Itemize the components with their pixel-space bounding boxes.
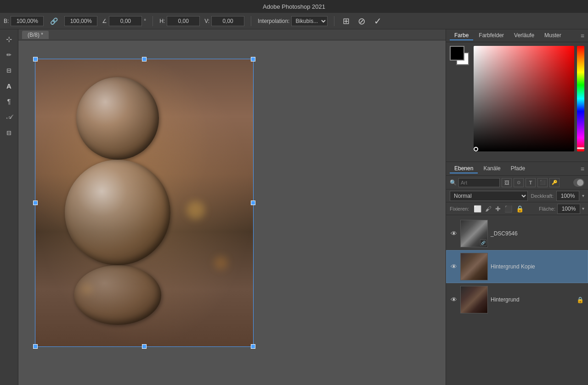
brush-tool-btn[interactable]: ✏ bbox=[2, 48, 16, 61]
confirm-transform-btn[interactable]: ✓ bbox=[372, 15, 384, 28]
move-tool-btn[interactable]: ⊹ bbox=[2, 32, 16, 46]
paragraph-tool-btn[interactable]: ¶ bbox=[2, 95, 16, 108]
main-area: ⊹ ✏ ⊟ A ¶ 𝒜 ⊟ (B/8) * bbox=[0, 29, 588, 385]
filter-smartobj-btn[interactable]: 🔑 bbox=[549, 178, 560, 187]
lock-move-btn[interactable]: ✚ bbox=[494, 205, 502, 212]
app-title: Adobe Photoshop 2021 bbox=[263, 3, 325, 10]
color-tab-verlaeufe[interactable]: Verläufe bbox=[509, 31, 539, 40]
angle-item: ∠ ° bbox=[102, 16, 146, 26]
layer-visibility-dsc9546[interactable]: 👁 bbox=[450, 230, 458, 237]
layer-item-hintergrund[interactable]: 👁 Hintergrund 🔒 bbox=[446, 283, 588, 316]
h-transform-input[interactable] bbox=[167, 16, 200, 26]
bokeh-3 bbox=[214, 256, 228, 270]
h-percent-input[interactable] bbox=[64, 16, 97, 26]
toolbar-divider-3 bbox=[334, 16, 334, 26]
lock-row: Fixieren: ⬜ 🖌 ✚ ⬛ 🔒 Fläche: ▾ bbox=[446, 202, 588, 215]
foreground-color-swatch[interactable] bbox=[450, 46, 464, 61]
history-tool-btn[interactable]: 𝒜 bbox=[2, 110, 16, 124]
lock-paint-btn[interactable]: 🖌 bbox=[484, 205, 492, 212]
title-bar: Adobe Photoshop 2021 bbox=[0, 0, 588, 13]
color-tab-farbe[interactable]: Farbe bbox=[450, 31, 473, 40]
lock-all-btn[interactable]: 🔒 bbox=[515, 205, 525, 212]
color-swatches bbox=[450, 46, 470, 158]
layer-name-dsc9546: _DSC9546 bbox=[491, 230, 584, 237]
sphere-main bbox=[65, 160, 170, 265]
canvas-area: (B/8) * bbox=[18, 29, 446, 385]
filter-toggle[interactable] bbox=[573, 179, 584, 187]
left-tools-panel: ⊹ ✏ ⊟ A ¶ 𝒜 ⊟ bbox=[0, 29, 18, 385]
layer-name-hintergrund: Hintergrund bbox=[491, 296, 574, 303]
layer-thumb-inner-hintergrund bbox=[461, 286, 487, 313]
layers-panel: Ebenen Kanäle Pfade ≡ 🔍 🖼 ⊙ T ⬛ 🔑 bbox=[446, 162, 588, 385]
tab-bar: (B/8) * bbox=[18, 29, 446, 40]
tab-pfade[interactable]: Pfade bbox=[506, 164, 530, 173]
blend-mode-select[interactable]: Normal Auflösen Abdunkeln Multiplizieren… bbox=[450, 191, 528, 201]
angle-input[interactable] bbox=[109, 16, 142, 26]
filter-shape-btn[interactable]: ⬛ bbox=[537, 178, 548, 187]
link-proportions-icon[interactable]: 🔗 bbox=[48, 17, 60, 26]
layer-visibility-hintergrund-kopie[interactable]: 👁 bbox=[450, 263, 458, 270]
color-gradient-picker[interactable] bbox=[474, 46, 574, 151]
layers-search-input[interactable] bbox=[458, 178, 500, 187]
layer-lock-hintergrund: 🔒 bbox=[577, 296, 584, 303]
interpolation-select[interactable]: Bikubis... bbox=[291, 16, 328, 26]
tab-ebenen[interactable]: Ebenen bbox=[450, 164, 478, 173]
filter-pixel-btn[interactable]: 🖼 bbox=[502, 178, 512, 187]
fill-input[interactable] bbox=[557, 204, 580, 214]
layer-item-dsc9546[interactable]: 👁 🔗 _DSC9546 bbox=[446, 217, 588, 250]
color-panel: Farbe Farbfelder Verläufe Muster ≡ bbox=[446, 29, 588, 162]
lock-label: Fixieren: bbox=[450, 206, 469, 212]
color-tab-farbfelder[interactable]: Farbfelder bbox=[474, 31, 509, 40]
warp-tool-btn[interactable]: ⊞ bbox=[341, 15, 351, 27]
layer-item-hintergrund-kopie[interactable]: 👁 Hintergrund Kopie bbox=[446, 250, 588, 283]
opacity-label: Deckkraft: bbox=[531, 193, 554, 199]
filter-adjust-btn[interactable]: ⊙ bbox=[514, 178, 524, 187]
layer-thumbnail-dsc9546: 🔗 bbox=[460, 220, 488, 247]
opacity-arrow: ▾ bbox=[582, 193, 584, 198]
toolbar-divider-1 bbox=[153, 16, 153, 26]
color-picker-main bbox=[474, 46, 584, 158]
fill-arrow: ▾ bbox=[582, 206, 584, 211]
filter-toggle-knob bbox=[577, 179, 583, 186]
angle-icon: ∠ bbox=[102, 18, 107, 24]
interpolation-item: Interpolation: Bikubis... bbox=[258, 16, 328, 26]
b-input[interactable] bbox=[11, 16, 44, 26]
layers-tabs: Ebenen Kanäle Pfade ≡ bbox=[446, 162, 588, 176]
cancel-transform-btn[interactable]: ⊘ bbox=[356, 15, 368, 28]
color-tab-muster[interactable]: Muster bbox=[540, 31, 566, 40]
document-tab[interactable]: (B/8) * bbox=[22, 31, 49, 39]
tab-kanaele[interactable]: Kanäle bbox=[479, 164, 505, 173]
layer-thumbnail-hintergrund bbox=[460, 286, 488, 313]
layer-visibility-hintergrund[interactable]: 👁 bbox=[450, 296, 458, 303]
photo-background bbox=[35, 59, 254, 347]
opacity-input[interactable] bbox=[556, 191, 579, 201]
layer-name-hintergrund-kopie: Hintergrund Kopie bbox=[491, 263, 584, 270]
layer-thumb-inner-hintergrund-kopie bbox=[461, 253, 487, 280]
fg-bg-swatch bbox=[450, 46, 470, 66]
toolbar-divider-2 bbox=[251, 16, 251, 26]
color-panel-menu-btn[interactable]: ≡ bbox=[581, 32, 584, 39]
canvas-wrapper bbox=[18, 40, 446, 385]
h-transform-item: H: bbox=[159, 16, 200, 26]
sphere-bottom bbox=[74, 265, 161, 325]
lock-artboard-btn[interactable]: ⬛ bbox=[503, 205, 513, 212]
filter-text-btn[interactable]: T bbox=[526, 178, 536, 187]
layers-panel-menu-btn[interactable]: ≡ bbox=[581, 165, 584, 173]
hue-strip[interactable] bbox=[577, 46, 584, 151]
layer-thumb-badge-dsc9546: 🔗 bbox=[480, 240, 486, 246]
sphere-top bbox=[76, 77, 159, 160]
filter-sliders-btn[interactable]: ⊟ bbox=[2, 126, 16, 139]
bokeh-1 bbox=[187, 201, 205, 219]
stamp-tool-btn[interactable]: ⊟ bbox=[2, 63, 16, 77]
text-tool-btn[interactable]: A bbox=[2, 79, 16, 93]
lock-pixel-btn[interactable]: ⬜ bbox=[473, 205, 482, 212]
hue-cursor bbox=[577, 147, 584, 149]
top-toolbar: B: 🔗 ∠ ° H: V: Interpolation: Bikubis...… bbox=[0, 13, 588, 29]
color-gradient-bg bbox=[474, 46, 574, 151]
v-transform-input[interactable] bbox=[211, 16, 244, 26]
color-tabs: Farbe Farbfelder Verläufe Muster ≡ bbox=[446, 29, 588, 42]
angle-unit: ° bbox=[144, 18, 146, 24]
layers-list: 👁 🔗 _DSC9546 👁 Hintergrund Kopie bbox=[446, 215, 588, 385]
layers-search-icon: 🔍 bbox=[450, 179, 457, 186]
right-panel: Farbe Farbfelder Verläufe Muster ≡ bbox=[446, 29, 588, 385]
